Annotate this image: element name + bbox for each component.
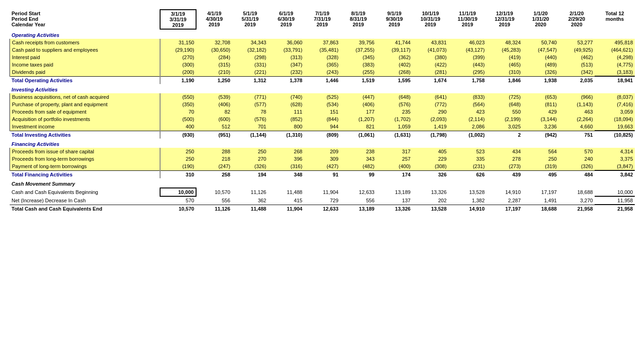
cell-value: 400 [160, 123, 196, 131]
total-label: Total Financing Activities [10, 170, 160, 178]
cell-value: (298) [232, 54, 268, 61]
cell-value: (315) [196, 61, 232, 68]
final-total-value: 14,910 [448, 205, 487, 212]
col-header-9: 12/1/1912/31/192019 [487, 10, 523, 29]
col-header-7: 10/1/1910/31/192019 [412, 10, 448, 29]
total-value: 1,519 [340, 76, 376, 84]
row-label: Proceeds from sale of equipment [10, 108, 160, 115]
row-total: (464,621) [595, 46, 635, 54]
row-total: 3,059 [595, 108, 635, 115]
grand-total: 18,941 [595, 76, 635, 84]
cell-value: (380) [412, 54, 448, 61]
section-header: Investing Activities [10, 84, 635, 93]
cell-value: (482) [340, 163, 376, 170]
cell-value: (243) [304, 68, 340, 76]
cell-value: 4,660 [559, 123, 595, 131]
cell-value: (525) [304, 93, 340, 101]
cell-value: (419) [487, 54, 523, 61]
cell-value: 41,744 [376, 39, 412, 46]
table-row: Interest paid(270)(284)(298)(313)(328)(3… [10, 54, 635, 61]
final-total-value: 21,958 [559, 205, 595, 212]
col-header-11: 2/1/202/29/202020 [559, 10, 595, 29]
cell-value: 564 [523, 148, 559, 155]
row-total: (3,847) [595, 163, 635, 170]
cell-value: 13,528 [448, 188, 487, 196]
row-label: Payment of long-term borrowings [10, 163, 160, 170]
cell-value: 1,059 [376, 123, 412, 131]
total-value: 495 [523, 170, 559, 178]
cell-value: (725) [487, 93, 523, 101]
total-value: 484 [559, 170, 595, 178]
row-total: (18,094) [595, 115, 635, 123]
final-total-value: 10,570 [160, 205, 196, 212]
row-total: 11,958 [595, 196, 635, 205]
col-header-3: 6/1/196/30/192019 [268, 10, 304, 29]
cell-value: 53,277 [559, 39, 595, 46]
cell-value: (402) [376, 61, 412, 68]
cell-value: (45,283) [487, 46, 523, 54]
cell-value: (399) [448, 54, 487, 61]
cell-value: 556 [340, 196, 376, 205]
cell-value: (465) [487, 61, 523, 68]
cell-value: 70 [160, 108, 196, 115]
cell-value: (852) [268, 115, 304, 123]
cell-value: 137 [376, 196, 412, 205]
total-value: 194 [232, 170, 268, 178]
cell-value: 523 [448, 148, 487, 155]
cell-value: 17,197 [523, 188, 559, 196]
final-total-value: 13,528 [412, 205, 448, 212]
cell-value: (513) [559, 61, 595, 68]
total-value: 99 [340, 170, 376, 178]
cell-value: 270 [232, 155, 268, 163]
cell-value: (628) [268, 101, 304, 108]
cell-value: (232) [268, 68, 304, 76]
cell-value: 11,488 [268, 188, 304, 196]
row-total: (4,298) [595, 54, 635, 61]
total-value: (1,631) [376, 131, 412, 139]
cell-value: (331) [232, 61, 268, 68]
cell-value: (771) [232, 93, 268, 101]
total-label: Total Investing Activities [10, 131, 160, 139]
cell-value: 31,150 [160, 39, 196, 46]
cell-value: (300) [160, 61, 196, 68]
row-label: Proceeds from issue of share capital [10, 148, 160, 155]
cell-value: 238 [340, 148, 376, 155]
cell-value: 570 [559, 148, 595, 155]
cell-value: 268 [268, 148, 304, 155]
cell-value: (32,182) [232, 46, 268, 54]
col-header-5: 8/1/198/31/192019 [340, 10, 376, 29]
cell-value: (200) [160, 68, 196, 76]
grand-total: (10,825) [595, 131, 635, 139]
cell-value: (406) [196, 101, 232, 108]
cell-value: (447) [340, 93, 376, 101]
total-value: (942) [523, 131, 559, 139]
cell-value: (247) [196, 163, 232, 170]
cell-value: (33,791) [268, 46, 304, 54]
table-row: Income taxes paid(300)(315)(331)(347)(36… [10, 61, 635, 68]
total-value: (1,002) [448, 131, 487, 139]
cell-value: (29,190) [160, 46, 196, 54]
cell-value: (281) [412, 68, 448, 76]
total-value: 310 [160, 170, 196, 178]
row-label: Purchase of property, plant and equipmen… [10, 101, 160, 108]
cell-value: 36,060 [268, 39, 304, 46]
total-row: Total Investing Activities(930)(951)(1,1… [10, 131, 635, 139]
cell-value: (400) [376, 163, 412, 170]
col-header-10: 1/1/201/31/202020 [523, 10, 559, 29]
cell-value: 463 [559, 108, 595, 115]
table-row: Proceeds from issue of share capital2502… [10, 148, 635, 155]
cell-value: 32,708 [196, 39, 232, 46]
cell-value: 550 [487, 108, 523, 115]
grand-total: 3,842 [595, 170, 635, 178]
cell-value: 429 [523, 108, 559, 115]
cell-value: 423 [448, 108, 487, 115]
cell-value: 250 [232, 148, 268, 155]
total-value: 1,446 [304, 76, 340, 84]
cell-value: 10,570 [196, 188, 232, 196]
cell-value: 235 [376, 108, 412, 115]
cell-value: (37,255) [340, 46, 376, 54]
cell-value: (268) [376, 68, 412, 76]
row-label: Interest paid [10, 54, 160, 61]
cell-value: (365) [304, 61, 340, 68]
cell-value: 11,126 [232, 188, 268, 196]
